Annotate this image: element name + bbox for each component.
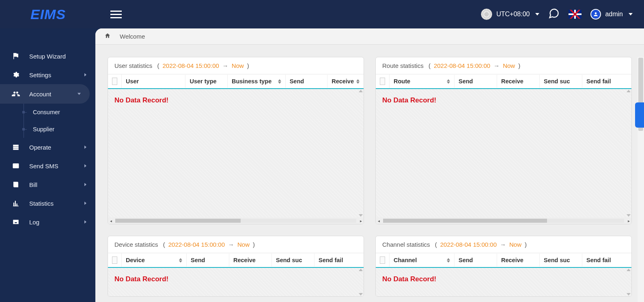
home-icon[interactable] <box>104 33 111 40</box>
col-header[interactable]: Business type <box>232 78 271 85</box>
col-header[interactable]: Send <box>191 257 205 263</box>
col-header[interactable]: Send suc <box>544 257 570 263</box>
tree-node-icon <box>22 111 25 113</box>
timezone-selector[interactable]: UTC+08:00 <box>481 9 539 20</box>
tree-node-icon <box>22 128 25 130</box>
chat-icon[interactable] <box>548 8 560 21</box>
no-data-message: No Data Record! <box>376 268 631 291</box>
sidebar-item-setup-wizard[interactable]: Setup Wizard <box>0 47 95 65</box>
table-header: Channel Send Receive Send suc Send fail <box>376 253 631 268</box>
scroll-right-icon[interactable]: ▸ <box>626 218 631 224</box>
language-flag-icon[interactable] <box>569 10 582 19</box>
vertical-scrollbar[interactable] <box>358 89 364 217</box>
side-drawer-handle[interactable] <box>635 102 644 128</box>
sort-icon[interactable] <box>278 79 281 84</box>
col-header[interactable]: Channel <box>394 257 417 263</box>
horizontal-scrollbar[interactable]: ◂ ▸ <box>376 217 631 224</box>
sidebar-item-operate[interactable]: Operate <box>0 138 95 156</box>
vertical-scrollbar[interactable] <box>626 268 631 296</box>
tabbar: Welcome <box>95 28 644 45</box>
col-header[interactable]: Send suc <box>544 78 570 85</box>
sort-icon[interactable] <box>179 258 182 263</box>
col-header[interactable]: User <box>126 78 139 85</box>
col-header[interactable]: Receive <box>332 78 354 85</box>
table-body: No Data Record! <box>108 89 364 217</box>
col-header[interactable]: Device <box>126 257 145 263</box>
sidebar-item-send-sms[interactable]: Send SMS <box>0 156 95 175</box>
select-all-checkbox[interactable] <box>112 78 117 85</box>
panel-device-statistics: Device statistics ( 2022-08-04 15:00:00 … <box>108 236 364 297</box>
sidebar-subitem-label: Consumer <box>33 109 60 115</box>
sidebar-item-label: Send SMS <box>29 163 58 169</box>
col-header[interactable]: Send suc <box>276 257 302 263</box>
sidebar-item-label: Bill <box>29 181 37 188</box>
avatar-icon <box>590 9 601 20</box>
globe-icon <box>481 9 492 20</box>
tab-welcome[interactable]: Welcome <box>120 33 145 40</box>
horizontal-scrollbar[interactable]: ◂ ▸ <box>108 217 364 224</box>
sidebar-item-bill[interactable]: Bill <box>0 175 95 194</box>
vertical-scrollbar[interactable] <box>358 268 364 296</box>
sidebar-subitem-supplier[interactable]: Supplier <box>24 121 95 138</box>
select-all-checkbox[interactable] <box>112 256 117 264</box>
sidebar-item-label: Statistics <box>29 200 54 207</box>
panel-header: Device statistics ( 2022-08-04 15:00:00 … <box>108 236 364 253</box>
date-to: Now <box>509 241 521 248</box>
sidebar-item-statistics[interactable]: Statistics <box>0 194 95 213</box>
date-from: 2022-08-04 15:00:00 <box>163 62 219 69</box>
user-menu[interactable]: admin <box>590 9 633 20</box>
arrow-right-icon: → <box>493 62 500 69</box>
select-all-checkbox[interactable] <box>380 256 385 264</box>
panel-header: Route statistics ( 2022-08-04 15:00:00 →… <box>376 57 631 74</box>
sidebar-item-log[interactable]: Log <box>0 213 95 231</box>
book-icon <box>11 181 20 188</box>
col-header[interactable]: User type <box>190 78 216 85</box>
sidebar-subitem-label: Supplier <box>33 126 54 133</box>
content: User statistics ( 2022-08-04 15:00:00 → … <box>95 45 644 302</box>
table-header: Route Send Receive Send suc Send fail <box>376 74 631 89</box>
sidebar: Setup Wizard Settings Account Consumer S… <box>0 28 95 302</box>
sidebar-item-settings[interactable]: Settings <box>0 65 95 84</box>
table-header: Device Send Receive Send suc Send fail <box>108 253 364 268</box>
col-header[interactable]: Receive <box>501 257 523 263</box>
scroll-left-icon[interactable]: ◂ <box>376 218 381 224</box>
sort-icon[interactable] <box>356 79 360 84</box>
sidebar-item-label: Account <box>29 91 51 98</box>
date-from: 2022-08-04 15:00:00 <box>168 241 225 248</box>
sidebar-item-label: Settings <box>29 72 51 78</box>
table-body: No Data Record! <box>376 89 631 217</box>
dashboard-grid: User statistics ( 2022-08-04 15:00:00 → … <box>108 57 632 297</box>
col-header[interactable]: Route <box>394 78 410 85</box>
menu-toggle-icon[interactable] <box>110 9 122 20</box>
scroll-left-icon[interactable]: ◂ <box>108 218 114 224</box>
col-header[interactable]: Send <box>290 78 304 85</box>
vertical-scrollbar[interactable] <box>626 89 631 217</box>
col-header[interactable]: Send fail <box>586 78 611 85</box>
sidebar-subitem-consumer[interactable]: Consumer <box>24 104 95 121</box>
panel-channel-statistics: Channel statistics ( 2022-08-04 15:00:00… <box>375 236 632 297</box>
users-icon <box>11 90 20 98</box>
col-header[interactable]: Send fail <box>319 257 343 263</box>
select-all-checkbox[interactable] <box>380 78 385 85</box>
col-header[interactable]: Send <box>459 78 473 85</box>
page-scrollbar[interactable] <box>638 57 644 302</box>
sort-icon[interactable] <box>447 258 450 263</box>
arrow-right-icon: → <box>500 241 506 248</box>
col-header[interactable]: Receive <box>501 78 523 85</box>
inbox-icon <box>11 218 20 226</box>
panel-title: Device statistics <box>114 241 158 248</box>
panel-header: Channel statistics ( 2022-08-04 15:00:00… <box>376 236 631 253</box>
no-data-message: No Data Record! <box>376 89 631 112</box>
col-header[interactable]: Send <box>459 257 473 263</box>
sort-icon[interactable] <box>447 79 450 84</box>
col-header[interactable]: Send fail <box>586 257 611 263</box>
panel-header: User statistics ( 2022-08-04 15:00:00 → … <box>108 57 364 74</box>
table-header: User User type Business type Send Receiv… <box>108 74 364 89</box>
caret-down-icon <box>535 13 539 15</box>
col-header[interactable]: Receive <box>233 257 256 263</box>
table-body: No Data Record! <box>108 268 364 296</box>
panel-route-statistics: Route statistics ( 2022-08-04 15:00:00 →… <box>375 57 632 224</box>
sidebar-item-account[interactable]: Account <box>0 84 90 104</box>
sidebar-subtree-account: Consumer Supplier <box>24 104 95 138</box>
scroll-right-icon[interactable]: ▸ <box>358 218 364 224</box>
